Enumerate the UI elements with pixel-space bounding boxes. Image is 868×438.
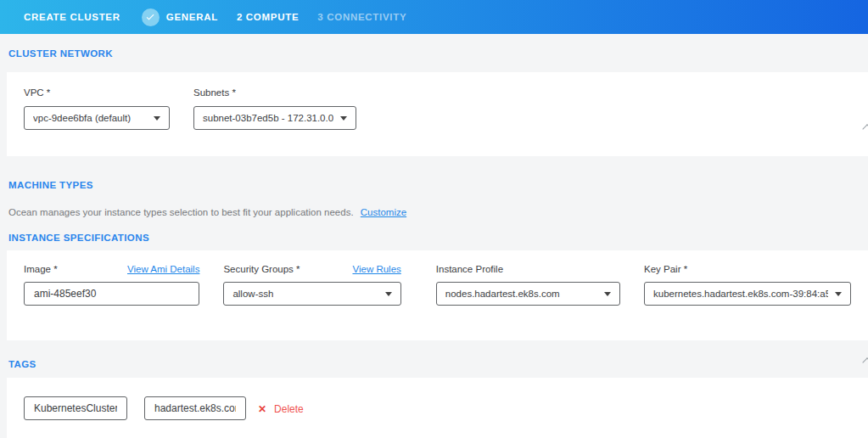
close-icon: ✕ bbox=[258, 403, 266, 415]
security-groups-select-value: allow-ssh bbox=[232, 289, 273, 299]
tag-key-input[interactable] bbox=[24, 396, 127, 420]
delete-tag-button[interactable]: ✕ Delete bbox=[258, 403, 304, 415]
delete-tag-label: Delete bbox=[274, 403, 304, 415]
check-circle-icon bbox=[142, 8, 160, 26]
step-connectivity-label: 3 CONNECTIVITY bbox=[317, 12, 406, 22]
wizard-header: CREATE CLUSTER GENERAL 2 COMPUTE 3 CONNE… bbox=[0, 0, 868, 34]
security-groups-select[interactable]: allow-ssh bbox=[223, 282, 400, 306]
chevron-down-icon bbox=[154, 116, 160, 121]
step-general-label: GENERAL bbox=[166, 12, 218, 22]
customize-link[interactable]: Customize bbox=[361, 207, 406, 217]
step-compute-label: 2 COMPUTE bbox=[237, 12, 299, 22]
key-pair-select-value: kubernetes.hadartest.ek8s.com-39:84:a5:9… bbox=[653, 289, 828, 299]
page-title: CREATE CLUSTER bbox=[24, 12, 120, 22]
tag-value-input[interactable] bbox=[144, 396, 246, 420]
cluster-network-header-band: CLUSTER NETWORK bbox=[0, 34, 868, 72]
image-label: Image * bbox=[24, 264, 58, 274]
machine-types-description: Ocean manages your instance types select… bbox=[8, 207, 868, 217]
machine-types-band: MACHINE TYPES Ocean manages your instanc… bbox=[0, 156, 868, 250]
tags-card: ✕ Delete bbox=[7, 378, 868, 438]
tags-heading: TAGS bbox=[8, 359, 868, 369]
key-pair-label: Key Pair * bbox=[644, 264, 687, 274]
vpc-select-value: vpc-9dee6bfa (default) bbox=[33, 113, 131, 123]
chevron-down-icon bbox=[340, 116, 347, 121]
machine-types-heading: MACHINE TYPES bbox=[8, 180, 868, 190]
chevron-down-icon bbox=[604, 292, 611, 296]
chevron-down-icon bbox=[385, 292, 392, 296]
step-general[interactable]: GENERAL bbox=[142, 8, 218, 26]
instance-profile-label: Instance Profile bbox=[436, 264, 503, 274]
machine-types-description-text: Ocean manages your instance types select… bbox=[8, 207, 354, 217]
instance-specifications-heading: INSTANCE SPECIFICATIONS bbox=[8, 233, 868, 243]
subnets-select[interactable]: subnet-03b7ed5b - 172.31.0.0/20 ... bbox=[193, 106, 356, 130]
instance-specifications-card: Image * View Ami Details Security Groups… bbox=[7, 250, 868, 340]
subnets-label: Subnets * bbox=[193, 87, 356, 98]
chevron-down-icon bbox=[835, 292, 842, 296]
image-input[interactable] bbox=[24, 282, 199, 306]
cluster-network-card: VPC * vpc-9dee6bfa (default) Subnets * s… bbox=[7, 72, 868, 156]
step-connectivity[interactable]: 3 CONNECTIVITY bbox=[317, 12, 406, 22]
vpc-label: VPC * bbox=[24, 87, 170, 98]
view-ami-details-link[interactable]: View Ami Details bbox=[127, 264, 199, 274]
security-groups-label: Security Groups * bbox=[223, 264, 300, 274]
key-pair-select[interactable]: kubernetes.hadartest.ek8s.com-39:84:a5:9… bbox=[644, 282, 851, 306]
subnets-select-value: subnet-03b7ed5b - 172.31.0.0/20 ... bbox=[203, 113, 333, 123]
step-compute[interactable]: 2 COMPUTE bbox=[237, 12, 299, 22]
cluster-network-heading: CLUSTER NETWORK bbox=[8, 48, 868, 59]
vpc-select[interactable]: vpc-9dee6bfa (default) bbox=[24, 106, 170, 130]
tag-row: ✕ Delete bbox=[24, 396, 304, 420]
instance-profile-select[interactable]: nodes.hadartest.ek8s.com bbox=[436, 282, 620, 306]
instance-profile-select-value: nodes.hadartest.ek8s.com bbox=[445, 289, 560, 299]
view-rules-link[interactable]: View Rules bbox=[352, 264, 400, 274]
tags-header-band: TAGS bbox=[0, 340, 868, 378]
